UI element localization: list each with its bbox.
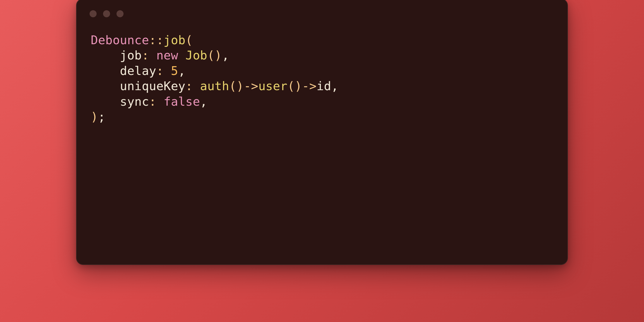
space	[164, 64, 171, 78]
token-keyword-false: false	[164, 95, 200, 109]
token-colon: :	[186, 79, 193, 93]
token-number: 5	[171, 64, 178, 78]
token-parens: ()	[207, 48, 222, 62]
code-line-5: sync: false,	[91, 95, 207, 109]
code-window: Debounce::job( job: new Job(), delay: 5,…	[76, 0, 568, 265]
token-scope: ::	[149, 33, 164, 47]
space	[156, 95, 164, 109]
code-line-1: Debounce::job(	[91, 33, 193, 47]
token-semicolon: ;	[98, 110, 105, 124]
traffic-light-minimize-icon[interactable]	[103, 10, 110, 17]
space	[178, 48, 186, 62]
token-arrow: ->	[302, 79, 317, 93]
code-line-6: );	[91, 110, 105, 124]
token-arrow: ->	[244, 79, 258, 93]
token-colon: :	[142, 48, 149, 62]
indent	[91, 79, 120, 93]
code-line-3: delay: 5,	[91, 64, 186, 78]
token-param: uniqueKey	[120, 79, 186, 93]
token-parens: ()	[287, 79, 302, 93]
token-func-auth: auth	[200, 79, 229, 93]
token-type: Job	[186, 48, 208, 62]
token-paren-open: (	[186, 33, 193, 47]
token-func-user: user	[258, 79, 287, 93]
code-block: Debounce::job( job: new Job(), delay: 5,…	[77, 28, 567, 136]
traffic-light-zoom-icon[interactable]	[117, 10, 124, 17]
token-param: sync	[120, 95, 149, 109]
space	[149, 48, 156, 62]
token-param: job	[120, 48, 142, 62]
space	[193, 79, 200, 93]
token-keyword-new: new	[156, 48, 178, 62]
code-line-4: uniqueKey: auth()->user()->id,	[91, 79, 338, 93]
token-param: delay	[120, 64, 156, 78]
traffic-light-close-icon[interactable]	[90, 10, 97, 17]
token-property: id	[317, 79, 331, 93]
token-comma: ,	[178, 64, 186, 78]
indent	[91, 48, 120, 62]
token-method: job	[164, 33, 186, 47]
token-class: Debounce	[91, 33, 149, 47]
token-comma: ,	[222, 48, 229, 62]
token-paren-close: )	[91, 110, 98, 124]
indent	[91, 64, 120, 78]
token-parens: ()	[229, 79, 244, 93]
code-line-2: job: new Job(),	[91, 48, 229, 62]
token-comma: ,	[331, 79, 338, 93]
token-comma: ,	[200, 95, 207, 109]
indent	[91, 95, 120, 109]
token-colon: :	[149, 95, 156, 109]
window-titlebar	[77, 0, 567, 28]
token-colon: :	[156, 64, 164, 78]
